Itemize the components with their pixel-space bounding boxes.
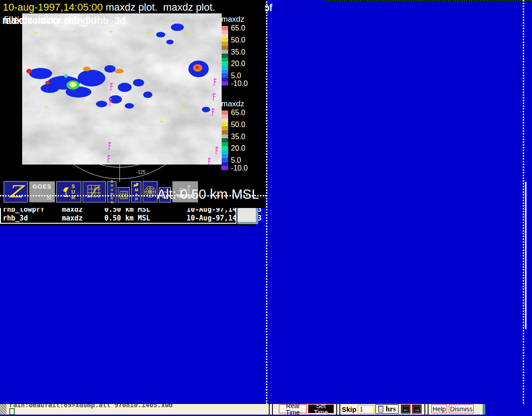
svg-text:+: +: [72, 27, 76, 35]
svg-text:+: +: [160, 117, 164, 125]
timestamp: 10-aug-1997,14:05:00: [3, 1, 103, 13]
map-icon: [133, 182, 139, 188]
left-arrow-icon: ←: [402, 406, 410, 413]
ppi-maxdz-colorbar-1: maxdz 65.050.035.020.05.0-10.0: [221, 15, 248, 86]
colorbar-entry: 5.0: [221, 73, 248, 78]
window-border-right: [523, 0, 524, 415]
map-label: MAP: [134, 188, 139, 202]
hours-unit-button[interactable]: hrs: [375, 404, 399, 414]
terminal-prompt: rain:beaufait:69>xdump.all 970810.1405.x…: [9, 404, 173, 409]
terminal-window[interactable]: rain:beaufait:69>xdump.all 970810.1405.x…: [0, 404, 267, 415]
svg-text:+: +: [147, 28, 151, 36]
terminal-cursor: [9, 408, 15, 415]
step-back-button[interactable]: ←: [401, 404, 411, 414]
colorbar-entry: 65.0: [221, 110, 248, 115]
svg-text:+: +: [185, 29, 189, 37]
ppi-maxdz-scale-1: 65.050.035.020.05.0-10.0: [221, 26, 248, 86]
ppi-maxdz-scale-2: 65.050.035.020.05.0-10.0: [221, 110, 248, 170]
goes-ir-button[interactable]: GOES.IR: [29, 181, 55, 202]
grid-overlay-button[interactable]: [83, 181, 106, 202]
separator: [424, 404, 425, 415]
colorbar-entry: 20.0: [221, 146, 248, 150]
polar-rings-button[interactable]: [143, 181, 157, 202]
colorbar-entry: -10.0: [221, 81, 248, 86]
svg-text:+: +: [183, 102, 187, 110]
separator: [272, 404, 273, 415]
surveillance-radar-button[interactable]: SUR: [56, 181, 81, 202]
map-button[interactable]: MAP: [131, 181, 141, 202]
zebra-display-screen: 10-aug-1997,14:05:00 ir plot. Rhb_lowprf…: [0, 0, 532, 416]
dismiss-button[interactable]: Dismiss: [449, 404, 474, 413]
separator: [339, 404, 340, 415]
panel-title-line2: radialvelocity using: rhb_3d.: [2, 15, 128, 27]
window-edge-highlight: [525, 182, 526, 329]
colorbar-title: maxdz: [221, 100, 248, 108]
separator: [269, 404, 270, 415]
altitude-readout: Alt: 0.50 km MSL: [157, 187, 259, 202]
colorbar-entry: 5.0: [221, 158, 248, 162]
skip-label: Skip: [342, 405, 357, 413]
svg-text:+: +: [44, 102, 48, 110]
colorbar-entry: 20.0: [221, 61, 248, 66]
hrs-label: hrs: [386, 405, 396, 413]
window-separator-vertical: [266, 1, 267, 404]
set-time-button[interactable]: Set Time: [308, 404, 334, 413]
clock-icon: [378, 406, 383, 412]
goes-ir-icon: GOES.IR: [32, 184, 52, 201]
bounds-label: BOUNDS: [110, 179, 114, 204]
taskbar: rain:beaufait:69>xdump.all 970810.1405.x…: [0, 404, 532, 415]
title-text: maxdz plot. maxdz plot.: [103, 1, 215, 13]
time-control-bar: Real Time Set Time Skip hrs ← → Help Dis…: [267, 404, 532, 415]
desktop-area: [485, 404, 532, 415]
zebra-z-icon: Z: [8, 184, 23, 200]
colorbar-entry: -10.0: [221, 166, 248, 170]
colorbar-entry: 50.0: [221, 38, 248, 42]
satellite-image[interactable]: +++ ++ +++: [22, 13, 222, 165]
colorbar-title: maxdz: [221, 15, 248, 23]
bounds-button[interactable]: BOUNDS: [107, 181, 116, 202]
colorbar-entry: 50.0: [221, 122, 248, 127]
right-arrow-icon: →: [413, 406, 421, 413]
grid-icon: [86, 184, 103, 200]
step-forward-button[interactable]: →: [412, 404, 422, 414]
window-separator-horizontal: [0, 195, 266, 196]
separator: [428, 404, 429, 415]
colorbar-entry: 65.0: [221, 26, 248, 30]
sur-label: SUR: [71, 184, 76, 200]
help-button[interactable]: Help: [431, 404, 447, 413]
svg-text:+: +: [34, 28, 38, 36]
colorbar-entry: 35.0: [221, 135, 248, 139]
real-time-button[interactable]: Real Time: [279, 404, 307, 413]
ppi-maxdz-colorbar-2: maxdz 65.050.035.020.05.0-10.0: [221, 100, 248, 170]
zebra-logo-button[interactable]: Z: [4, 181, 28, 202]
svg-text:+: +: [109, 27, 113, 35]
colorbar-entry: 35.0: [221, 50, 248, 54]
terminal-scrollbar[interactable]: [0, 404, 6, 415]
separator: [336, 404, 337, 415]
status-table-row: rhb_3dmaxdz0.50 km MSL10-Aug-97,14:01:23: [3, 214, 262, 223]
skip-hours-input[interactable]: [357, 405, 375, 414]
ppi-annotation-bottom: -125: [136, 170, 145, 175]
